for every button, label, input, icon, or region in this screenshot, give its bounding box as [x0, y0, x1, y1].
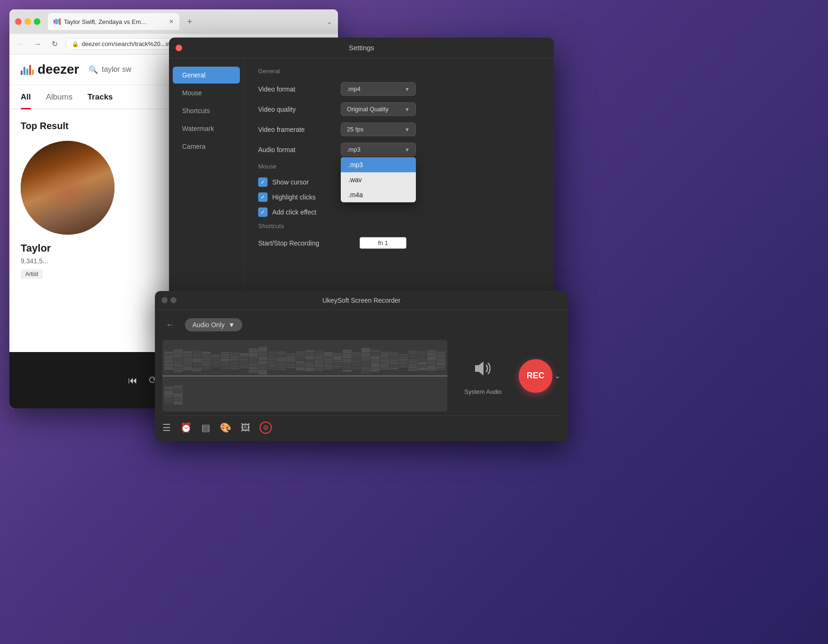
waveform-area	[162, 340, 447, 412]
maximize-traffic-light[interactable]	[34, 18, 40, 25]
settings-body: General Mouse Shortcuts Watermark Camera…	[169, 58, 554, 310]
recorder-traffic-lights	[161, 297, 176, 303]
forward-button[interactable]: →	[32, 40, 43, 48]
artist-stats: 9,341,5...	[21, 257, 48, 265]
start-stop-row: Start/Stop Recording fn 1	[258, 237, 540, 249]
recorder-window: UkeySoft Screen Recorder ← Audio Only ▼	[155, 291, 568, 441]
new-tab-button[interactable]: +	[183, 15, 196, 28]
deezer-logo: deezer	[21, 62, 79, 77]
deezer-logo-bars	[21, 64, 34, 75]
dropdown-option-m4a[interactable]: .m4a	[341, 187, 416, 202]
minimize-traffic-light[interactable]	[24, 18, 31, 25]
toolbar-settings-icon[interactable]: ⚙	[260, 422, 272, 434]
recorder-top-row: ← Audio Only ▼	[162, 317, 560, 332]
recorder-toolbar: ☰ ⏰ ▤ 🎨 🖼 ⚙	[162, 415, 560, 434]
settings-content: General Video format .mp4 ▼ Video qualit…	[244, 58, 554, 310]
recorder-back-button[interactable]: ←	[162, 317, 177, 332]
tab-title: Taylor Swift, Zendaya vs Emma	[64, 18, 148, 25]
tab-close-button[interactable]: ✕	[169, 18, 174, 25]
refresh-button[interactable]: ↻	[49, 39, 60, 48]
back-button[interactable]: ←	[15, 40, 26, 48]
shortcuts-section-label: Shortcuts	[258, 222, 540, 230]
audio-format-arrow: ▼	[405, 147, 410, 153]
audio-controls: System Audio	[455, 340, 511, 412]
video-framerate-row: Video framerate 25 fps ▼	[258, 123, 540, 136]
settings-window: Settings General Mouse Shortcuts Waterma…	[169, 38, 554, 310]
speaker-icon	[471, 357, 495, 384]
settings-sidebar: General Mouse Shortcuts Watermark Camera	[169, 58, 244, 310]
recorder-close-button[interactable]	[161, 297, 168, 303]
browser-titlebar: Taylor Swift, Zendaya vs Emma ✕ + ⌄	[9, 9, 338, 34]
deezer-nav-tracks[interactable]: Tracks	[87, 92, 113, 108]
toolbar-list-icon[interactable]: ☰	[162, 422, 171, 433]
url-text: deezer.com/search/track%20...swift	[82, 40, 177, 47]
video-format-value: .mp4	[347, 85, 360, 92]
close-traffic-light[interactable]	[15, 18, 22, 25]
dropdown-option-wav[interactable]: .wav	[341, 172, 416, 187]
rec-button[interactable]: REC	[519, 359, 552, 393]
highlight-clicks-label: Highlight clicks	[272, 193, 316, 201]
artist-badge: Artist	[21, 269, 43, 279]
settings-nav-watermark[interactable]: Watermark	[173, 120, 240, 137]
toolbar-layout-icon[interactable]: ▤	[201, 422, 210, 433]
toolbar-clock-icon[interactable]: ⏰	[180, 422, 192, 433]
rec-btn-container: REC ⌄	[519, 340, 560, 412]
add-click-effect-row: ✓ Add click effect	[258, 207, 540, 217]
highlight-clicks-checkbox[interactable]: ✓	[258, 192, 268, 202]
recorder-titlebar: UkeySoft Screen Recorder	[155, 291, 568, 310]
video-quality-row: Video quality Original Quality ▼	[258, 102, 540, 116]
waveform-center-line	[162, 376, 447, 376]
video-quality-value: Original Quality	[347, 106, 389, 113]
video-quality-label: Video quality	[258, 106, 333, 113]
recorder-body: ← Audio Only ▼	[155, 310, 568, 441]
artist-name: Taylor	[21, 242, 51, 254]
video-format-arrow: ▼	[405, 86, 410, 92]
audio-format-dropdown[interactable]: .mp3 ▼	[341, 143, 416, 156]
tab-chevron-button[interactable]: ⌄	[327, 18, 332, 25]
browser-tab[interactable]: Taylor Swift, Zendaya vs Emma ✕	[48, 13, 179, 30]
general-section-label: General	[258, 68, 540, 75]
deezer-search[interactable]: 🔍 taylor sw	[89, 65, 131, 74]
settings-nav-shortcuts[interactable]: Shortcuts	[173, 102, 240, 119]
recorder-minimize-button[interactable]	[170, 297, 176, 303]
show-cursor-checkbox[interactable]: ✓	[258, 177, 268, 187]
toolbar-image-icon[interactable]: 🖼	[241, 422, 250, 433]
video-format-row: Video format .mp4 ▼	[258, 82, 540, 96]
search-icon: 🔍	[89, 65, 98, 74]
video-framerate-label: Video framerate	[258, 126, 333, 133]
audio-label: System Audio	[464, 388, 502, 395]
video-framerate-value: 25 fps	[347, 126, 363, 133]
video-framerate-dropdown[interactable]: 25 fps ▼	[341, 123, 416, 136]
settings-nav-general[interactable]: General	[173, 67, 240, 84]
video-framerate-arrow: ▼	[405, 127, 410, 132]
search-query-text: taylor sw	[102, 65, 131, 74]
dropdown-option-mp3[interactable]: .mp3	[341, 157, 416, 172]
settings-titlebar: Settings	[169, 38, 554, 58]
audio-format-menu: .mp3 .wav .m4a	[341, 157, 416, 202]
start-stop-input[interactable]: fn 1	[360, 237, 406, 249]
video-quality-dropdown[interactable]: Original Quality ▼	[341, 102, 416, 116]
settings-nav-camera[interactable]: Camera	[173, 138, 240, 155]
rec-dropdown-arrow[interactable]: ⌄	[554, 371, 560, 380]
artist-avatar	[21, 141, 115, 235]
add-click-effect-checkbox[interactable]: ✓	[258, 207, 268, 217]
settings-close-button[interactable]	[176, 45, 182, 51]
recorder-title: UkeySoft Screen Recorder	[322, 297, 401, 304]
recorder-main: System Audio REC ⌄	[162, 340, 560, 412]
video-format-label: Video format	[258, 85, 333, 93]
toolbar-palette-icon[interactable]: 🎨	[220, 422, 231, 433]
mode-dropdown[interactable]: Audio Only ▼	[185, 318, 242, 331]
deezer-nav-albums[interactable]: Albums	[46, 92, 73, 108]
video-quality-arrow: ▼	[405, 107, 410, 112]
traffic-lights	[15, 18, 40, 25]
start-stop-label: Start/Stop Recording	[258, 239, 352, 247]
deezer-logo-text: deezer	[38, 62, 79, 77]
prev-button[interactable]: ⏮	[128, 375, 138, 386]
deezer-nav-all[interactable]: All	[21, 92, 31, 108]
video-format-dropdown[interactable]: .mp4 ▼	[341, 82, 416, 96]
settings-nav-mouse[interactable]: Mouse	[173, 84, 240, 101]
show-cursor-label: Show cursor	[272, 178, 309, 186]
mode-dropdown-arrow: ▼	[228, 321, 235, 329]
tab-favicon	[54, 18, 61, 25]
audio-format-row: Audio format .mp3 ▼ .mp3 .wav .m4a	[258, 143, 540, 156]
